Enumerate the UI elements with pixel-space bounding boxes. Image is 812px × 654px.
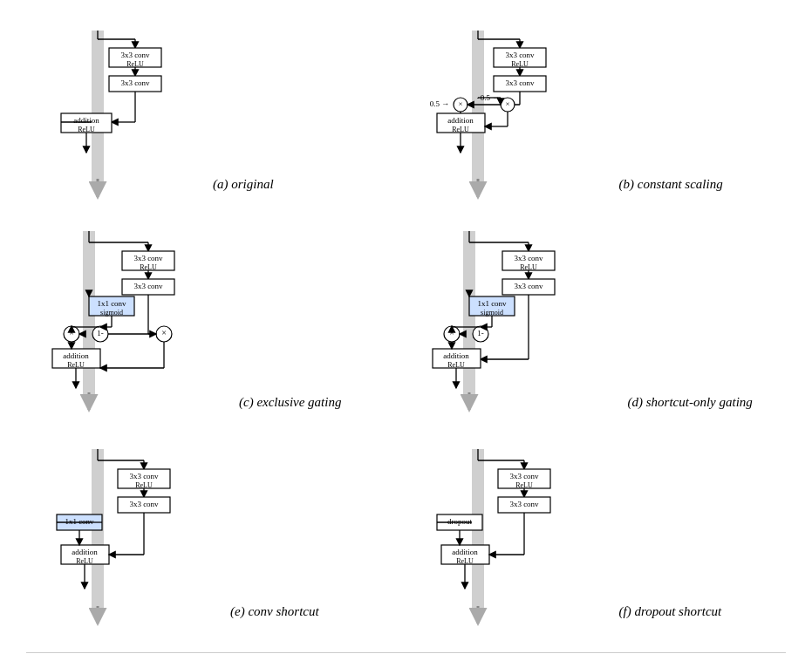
diagram-a-svg: 3x3 conv ReLU 3x3 conv addition ReLU	[44, 26, 201, 201]
svg-text:sigmoid: sigmoid	[100, 309, 123, 317]
diagram-e-svg: 3x3 conv ReLU 3x3 conv 1x1 conv addition…	[44, 445, 218, 628]
diagram-e: 3x3 conv ReLU 3x3 conv 1x1 conv addition…	[26, 436, 406, 637]
svg-text:addition: addition	[72, 548, 98, 556]
diagram-e-label: (e) conv shortcut	[230, 604, 319, 619]
diagram-f: 3x3 conv ReLU 3x3 conv dropout addition …	[406, 436, 787, 637]
svg-text:ReLU: ReLU	[456, 557, 474, 565]
svg-text:1-: 1-	[97, 329, 104, 337]
svg-text:3x3 conv: 3x3 conv	[509, 500, 539, 508]
svg-text:1x1 conv: 1x1 conv	[477, 299, 507, 308]
diagram-b: 3x3 conv ReLU 3x3 conv 0.5 → × 0.5 → ×	[406, 17, 787, 209]
svg-text:ReLU: ReLU	[511, 60, 529, 68]
diagram-d: 3x3 conv ReLU 3x3 conv 1x1 conv sigmoid …	[406, 218, 787, 427]
svg-rect-21	[472, 31, 484, 183]
svg-text:3x3 conv: 3x3 conv	[120, 78, 150, 87]
svg-rect-3	[92, 31, 104, 183]
svg-text:3x3 conv: 3x3 conv	[505, 78, 535, 87]
svg-text:3x3 conv: 3x3 conv	[514, 254, 543, 262]
svg-text:ReLU: ReLU	[135, 481, 153, 489]
svg-text:addition: addition	[73, 116, 99, 125]
svg-text:3x3 conv: 3x3 conv	[120, 51, 150, 59]
svg-text:dropout: dropout	[447, 517, 472, 526]
svg-text:1x1 conv: 1x1 conv	[97, 299, 126, 308]
svg-text:ReLU: ReLU	[520, 263, 537, 271]
diagram-c-svg: 3x3 conv ReLU 3x3 conv 1x1 conv sigmoid …	[44, 227, 227, 419]
diagram-c-label: (c) exclusive gating	[239, 395, 341, 410]
svg-text:ReLU: ReLU	[67, 361, 85, 369]
svg-text:ReLU: ReLU	[447, 361, 465, 369]
svg-text:3x3 conv: 3x3 conv	[514, 282, 543, 290]
svg-text:ReLU: ReLU	[76, 557, 93, 565]
svg-text:addition: addition	[63, 351, 89, 360]
svg-text:3x3 conv: 3x3 conv	[129, 500, 159, 508]
diagram-a-label: (a) original	[213, 177, 274, 192]
diagram-d-svg: 3x3 conv ReLU 3x3 conv 1x1 conv sigmoid …	[424, 227, 616, 419]
figure-container: 3x3 conv ReLU 3x3 conv addition ReLU	[26, 17, 786, 654]
svg-text:×: ×	[69, 328, 74, 337]
svg-text:addition: addition	[447, 116, 474, 125]
svg-text:×: ×	[161, 328, 167, 337]
svg-text:ReLU: ReLU	[78, 126, 95, 133]
svg-text:ReLU: ReLU	[452, 126, 469, 133]
svg-text:addition: addition	[452, 548, 478, 556]
svg-text:ReLU: ReLU	[140, 263, 157, 271]
svg-text:addition: addition	[443, 351, 469, 360]
svg-text:3x3 conv: 3x3 conv	[129, 472, 159, 480]
diagram-b-label: (b) constant scaling	[619, 177, 723, 192]
diagrams-grid: 3x3 conv ReLU 3x3 conv addition ReLU	[26, 17, 786, 637]
svg-text:×: ×	[458, 99, 462, 108]
svg-text:sigmoid: sigmoid	[481, 309, 503, 317]
diagram-a: 3x3 conv ReLU 3x3 conv addition ReLU	[26, 17, 406, 209]
svg-text:3x3 conv: 3x3 conv	[133, 282, 163, 290]
svg-text:ReLU: ReLU	[126, 60, 144, 68]
svg-text:3x3 conv: 3x3 conv	[133, 254, 163, 262]
svg-text:1-: 1-	[477, 329, 484, 337]
diagram-f-label: (f) dropout shortcut	[619, 604, 722, 619]
svg-text:3x3 conv: 3x3 conv	[505, 51, 535, 59]
svg-text:3x3 conv: 3x3 conv	[509, 472, 539, 480]
svg-text:×: ×	[505, 99, 509, 108]
svg-text:×: ×	[449, 328, 454, 337]
diagram-f-svg: 3x3 conv ReLU 3x3 conv dropout addition …	[424, 445, 607, 628]
svg-text:1x1 conv: 1x1 conv	[65, 517, 94, 526]
diagram-b-svg: 3x3 conv ReLU 3x3 conv 0.5 → × 0.5 → ×	[424, 26, 607, 201]
diagram-c: 3x3 conv ReLU 3x3 conv 1x1 conv sigmoid …	[26, 218, 406, 427]
diagram-d-label: (d) shortcut-only gating	[628, 395, 753, 410]
svg-text:0.5 →: 0.5 →	[429, 99, 449, 108]
svg-text:ReLU: ReLU	[515, 481, 533, 489]
